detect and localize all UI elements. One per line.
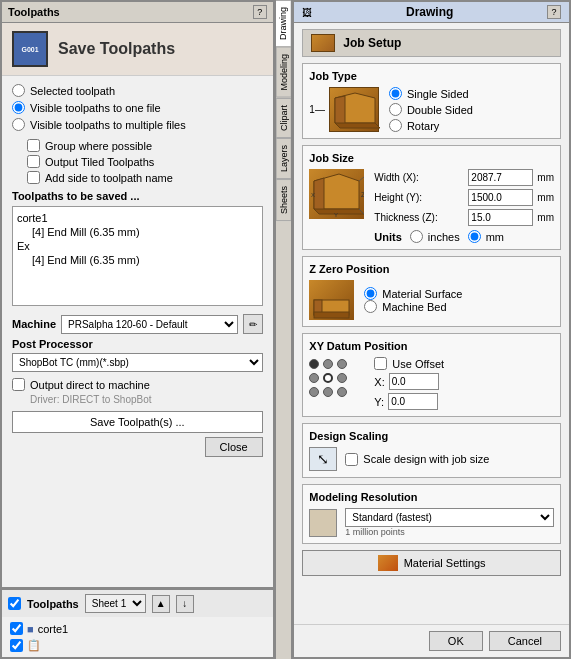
width-input[interactable] xyxy=(468,169,533,186)
height-input[interactable] xyxy=(468,189,533,206)
svg-text:Z: Z xyxy=(361,191,364,198)
tab-layers[interactable]: Layers xyxy=(276,138,292,179)
material-settings-btn[interactable]: Material Settings xyxy=(302,550,561,576)
toolpath-name: corte1 xyxy=(38,623,69,635)
tab-drawing[interactable]: Drawing xyxy=(276,0,292,47)
thickness-label: Thickness (Z): xyxy=(374,212,464,223)
thickness-input[interactable] xyxy=(468,209,533,226)
scale-design-option[interactable]: Scale design with job size xyxy=(345,453,489,466)
option-single-sided[interactable]: Single Sided xyxy=(389,87,473,100)
cancel-btn[interactable]: Cancel xyxy=(489,631,561,651)
xy-dot-br[interactable] xyxy=(337,387,347,397)
job-type-image xyxy=(329,87,379,132)
xy-dot-mr[interactable] xyxy=(337,373,347,383)
job-size-fields: Width (X): mm Height (Y): mm Thickness (… xyxy=(374,169,554,243)
svg-rect-13 xyxy=(314,312,349,318)
design-scaling-row: ⤡ Scale design with job size xyxy=(309,447,554,471)
xy-dot-tc[interactable] xyxy=(323,359,333,369)
z-zero-title: Z Zero Position xyxy=(309,263,554,275)
x-offset-row: X: xyxy=(374,373,444,390)
edit-machine-btn[interactable]: ✏ xyxy=(243,314,263,334)
arrow-up-btn[interactable]: ▲ xyxy=(152,595,170,613)
job-type-row: 1— Single Sided xyxy=(309,87,554,132)
xy-datum-row: Use Offset X: Y: xyxy=(309,357,554,410)
list-item: corte1 xyxy=(17,211,258,225)
toolpaths-title: Toolpaths xyxy=(8,6,60,18)
job-size-section: Job Size Z Y X Width xyxy=(302,145,561,250)
right-content: Job Setup Job Type 1— xyxy=(294,23,569,624)
xy-dot-mc[interactable] xyxy=(323,373,333,383)
mm-option[interactable]: mm xyxy=(468,230,504,243)
machine-select[interactable]: PRSalpha 120-60 - Default xyxy=(61,315,238,334)
save-options: Selected toolpath Visible toolpaths to o… xyxy=(12,84,263,131)
ok-btn[interactable]: OK xyxy=(429,631,483,651)
units-row: Units inches mm xyxy=(374,230,554,243)
toolpaths-bottom-label: Toolpaths xyxy=(27,598,79,610)
resolution-icon xyxy=(309,509,337,537)
svg-marker-2 xyxy=(335,123,380,128)
job-setup-header: Job Setup xyxy=(302,29,561,57)
job-size-title: Job Size xyxy=(309,152,554,164)
svg-marker-5 xyxy=(314,209,364,214)
z-zero-options: Material Surface Machine Bed xyxy=(364,287,462,313)
xy-dot-bc[interactable] xyxy=(323,387,333,397)
height-row: Height (Y): mm xyxy=(374,189,554,206)
close-btn[interactable]: Close xyxy=(205,437,263,457)
x-offset-input[interactable] xyxy=(389,373,439,390)
tab-clipart[interactable]: Clipart xyxy=(276,98,292,138)
x-offset-label: X: xyxy=(374,376,384,388)
z-zero-row: Material Surface Machine Bed xyxy=(309,280,554,320)
floppy-icon xyxy=(12,31,48,67)
save-title: Save Toolpaths xyxy=(58,40,175,58)
option-rotary[interactable]: Rotary xyxy=(389,119,473,132)
output-direct-checkbox[interactable] xyxy=(12,378,25,391)
tab-modeling[interactable]: Modeling xyxy=(276,47,292,98)
bottom-bar: Toolpaths Sheet 1 ▲ ↓ xyxy=(2,589,273,617)
job-size-image: Z Y X xyxy=(309,169,364,219)
output-direct-row: Output direct to machine xyxy=(12,378,263,391)
job-setup-title: Job Setup xyxy=(343,36,401,50)
post-processor-select[interactable]: ShopBot TC (mm)(*.sbp) xyxy=(12,353,263,372)
option-visible-multiple[interactable]: Visible toolpaths to multiple files xyxy=(12,118,263,131)
job-setup-icon xyxy=(311,34,335,52)
tab-sheets[interactable]: Sheets xyxy=(276,179,292,221)
toolpaths-list[interactable]: corte1 [4] End Mill (6.35 mm) Ex [4] End… xyxy=(12,206,263,306)
output-direct-label: Output direct to machine xyxy=(30,379,150,391)
extra-options: Group where possible Output Tiled Toolpa… xyxy=(27,139,263,184)
machine-bed-option[interactable]: Machine Bed xyxy=(364,300,462,313)
output-tiled-option[interactable]: Output Tiled Toolpaths xyxy=(27,155,263,168)
y-offset-row: Y: xyxy=(374,393,444,410)
arrow-down-btn[interactable]: ↓ xyxy=(176,595,194,613)
group-possible-option[interactable]: Group where possible xyxy=(27,139,263,152)
svg-line-6 xyxy=(359,177,364,181)
option-selected[interactable]: Selected toolpath xyxy=(12,84,263,97)
add-side-option[interactable]: Add side to toolpath name xyxy=(27,171,263,184)
modeling-resolution-title: Modeling Resolution xyxy=(309,491,554,503)
job-size-row: Z Y X Width (X): mm Height (Y): mm xyxy=(309,169,554,243)
units-label: Units xyxy=(374,231,402,243)
job-type-section: Job Type 1— Single Sided xyxy=(302,63,561,139)
right-help-btn[interactable]: ? xyxy=(547,5,561,19)
toolpaths-list-label: Toolpaths to be saved ... xyxy=(12,190,263,202)
sheet-select[interactable]: Sheet 1 xyxy=(85,594,146,613)
xy-dot-ml[interactable] xyxy=(309,373,319,383)
job-type-title: Job Type xyxy=(309,70,554,82)
height-label: Height (Y): xyxy=(374,192,464,203)
y-offset-input[interactable] xyxy=(388,393,438,410)
xy-dot-bl[interactable] xyxy=(309,387,319,397)
xy-dot-tr[interactable] xyxy=(337,359,347,369)
resolution-select[interactable]: Standard (fastest) High Very High xyxy=(345,508,554,527)
xy-datum-title: XY Datum Position xyxy=(309,340,554,352)
material-surface-option[interactable]: Material Surface xyxy=(364,287,462,300)
machine-row: Machine PRSalpha 120-60 - Default ✏ xyxy=(12,314,263,334)
inches-option[interactable]: inches xyxy=(410,230,460,243)
option-visible-one[interactable]: Visible toolpaths to one file xyxy=(12,101,263,114)
svg-marker-4 xyxy=(314,178,324,212)
use-offset-option[interactable]: Use Offset xyxy=(374,357,444,370)
save-toolpaths-btn[interactable]: Save Toolpath(s) ... xyxy=(12,411,263,433)
job-type-label: 1— xyxy=(309,104,325,115)
help-btn[interactable]: ? xyxy=(253,5,267,19)
toolpaths-checkbox[interactable] xyxy=(8,597,21,610)
xy-dot-tl[interactable] xyxy=(309,359,319,369)
option-double-sided[interactable]: Double Sided xyxy=(389,103,473,116)
